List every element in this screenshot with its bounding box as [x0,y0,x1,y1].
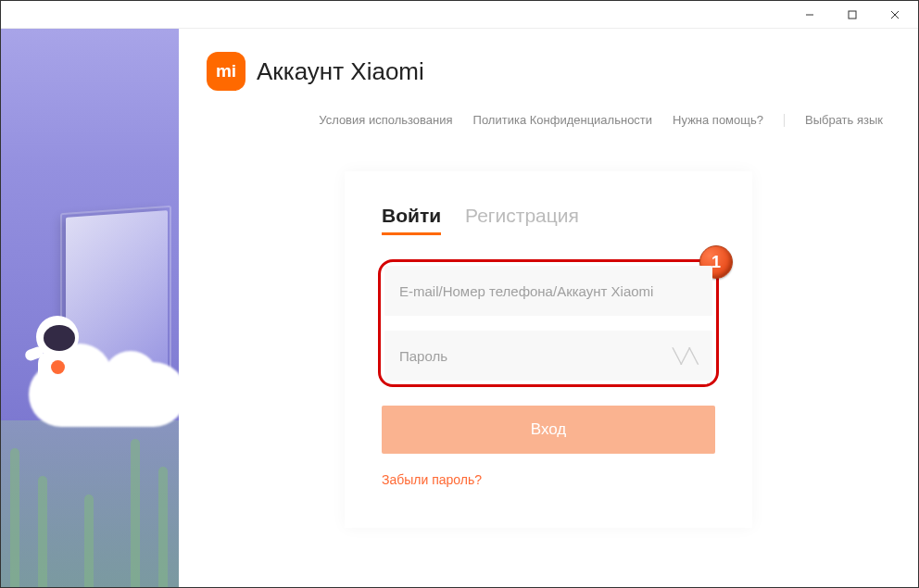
grass-blade [38,476,47,587]
eye-closed-icon[interactable]: ╲╱╲ [673,347,698,365]
password-input[interactable] [384,331,712,381]
grass-blade [131,439,140,587]
auth-tabs: Войти Регистрация [382,205,715,235]
app-window: mi Аккаунт Xiaomi Условия использования … [0,0,919,588]
header-nav: Условия использования Политика Конфиденц… [207,113,890,127]
help-link[interactable]: Нужна помощь? [673,113,763,127]
login-card: Войти Регистрация 1 ╲╱╲ Вход Забыли паро… [345,171,752,528]
grass-blade [84,494,94,587]
astronaut-icon [19,316,94,408]
language-link[interactable]: Выбрать язык [805,113,883,127]
header: mi Аккаунт Xiaomi [207,52,890,91]
grass-blade [158,467,168,587]
grass-blade [10,448,19,587]
app-title: Аккаунт Xiaomi [257,57,424,86]
titlebar [1,1,918,29]
content-area: mi Аккаунт Xiaomi Условия использования … [1,29,918,587]
hero-illustration [1,29,179,587]
login-field-wrap [384,266,712,316]
login-input[interactable] [384,266,712,316]
svg-rect-1 [849,11,856,19]
close-button[interactable] [874,2,916,28]
forgot-password-link[interactable]: Забыли пароль? [382,472,715,487]
maximize-button[interactable] [831,2,874,28]
nav-separator [784,114,785,127]
password-field-wrap: ╲╱╲ [384,331,712,381]
submit-button[interactable]: Вход [382,406,715,454]
callout-highlight: 1 ╲╱╲ [378,259,719,387]
minimize-button[interactable] [788,2,831,28]
privacy-link[interactable]: Политика Конфиденциальности [473,113,653,127]
tab-register[interactable]: Регистрация [465,205,579,235]
tab-login[interactable]: Войти [382,205,441,235]
mi-logo-icon: mi [207,52,245,91]
right-pane: mi Аккаунт Xiaomi Условия использования … [179,29,918,587]
terms-link[interactable]: Условия использования [319,113,452,127]
